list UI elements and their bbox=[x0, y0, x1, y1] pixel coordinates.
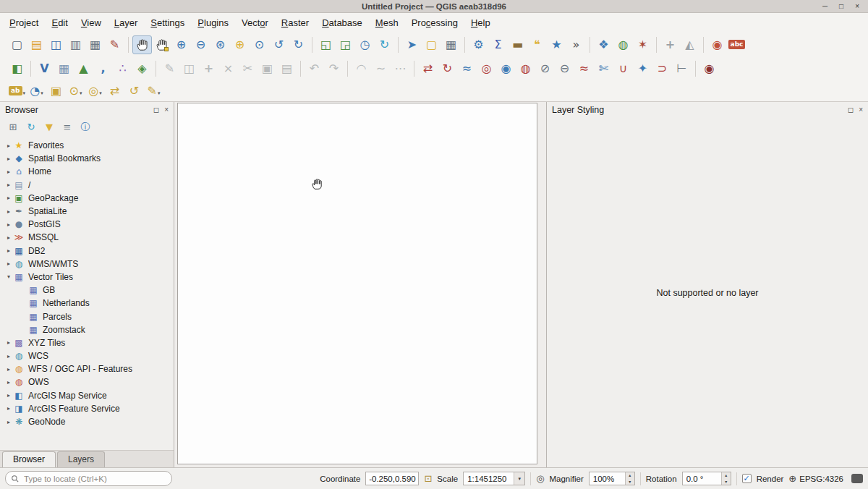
fill-ring[interactable]: ◍ bbox=[516, 59, 535, 78]
messages-icon[interactable] bbox=[851, 474, 863, 483]
menu-database[interactable]: Database bbox=[315, 14, 369, 32]
expand-arrow-icon[interactable]: ▸ bbox=[4, 405, 13, 412]
coordinate-capture[interactable]: + bbox=[660, 35, 680, 54]
filter-browser[interactable]: ▼ bbox=[43, 121, 56, 134]
stream-digitizing[interactable]: ∼ bbox=[371, 59, 391, 78]
undo[interactable]: ↶ bbox=[305, 59, 324, 78]
expand-arrow-icon[interactable]: ▸ bbox=[4, 156, 13, 162]
zoom-full[interactable]: ⊛ bbox=[210, 35, 230, 54]
close-panel-button[interactable]: × bbox=[859, 106, 863, 114]
close-panel-button[interactable]: × bbox=[164, 106, 169, 114]
expand-arrow-icon[interactable]: ▸ bbox=[4, 379, 13, 386]
tree-item-wfs-ogc-api-features[interactable]: ▸◍WFS / OGC API - Features bbox=[0, 362, 174, 375]
crs-status[interactable]: ⊕ EPSG:4326 bbox=[788, 474, 843, 483]
rotate-feature[interactable]: ↻ bbox=[438, 59, 457, 78]
extent-toggle-icon[interactable]: ⊡ bbox=[424, 474, 432, 483]
menu-mesh[interactable]: Mesh bbox=[369, 14, 405, 32]
redo[interactable]: ↷ bbox=[324, 59, 344, 78]
delete-selected[interactable]: × bbox=[218, 59, 238, 78]
toggle-editing[interactable]: ✎ bbox=[160, 59, 179, 78]
show-layout-manager[interactable]: ▦ bbox=[85, 35, 105, 54]
expand-arrow-icon[interactable]: ▸ bbox=[4, 392, 13, 399]
tree-item-mssql[interactable]: ▸≫MSSQL bbox=[0, 231, 174, 244]
save-project[interactable]: ◫ bbox=[46, 35, 66, 54]
tree-item-postgis[interactable]: ▸●PostGIS bbox=[0, 218, 174, 231]
spell-check[interactable]: abc bbox=[727, 35, 746, 54]
float-panel-button[interactable]: ◻ bbox=[153, 106, 159, 114]
split-features[interactable]: ✄ bbox=[594, 59, 613, 78]
add-delimited-text-layer[interactable]: , bbox=[93, 59, 113, 78]
menu-processing[interactable]: Processing bbox=[405, 14, 464, 32]
maximize-button[interactable]: □ bbox=[839, 0, 843, 13]
close-button[interactable]: × bbox=[855, 0, 859, 13]
add-vector-layer[interactable]: V bbox=[35, 59, 54, 78]
layer-labeling-options[interactable]: ab▾ bbox=[7, 82, 27, 99]
tree-item-parcels[interactable]: ▦Parcels bbox=[0, 310, 174, 323]
snapping-options[interactable]: ◉ bbox=[699, 59, 719, 78]
layer-diagram-options[interactable]: ◔▾ bbox=[27, 82, 46, 99]
expand-arrow-icon[interactable]: ▸ bbox=[4, 234, 13, 241]
python-console[interactable]: ❖ bbox=[594, 35, 613, 54]
dropdown-arrow-icon[interactable]: ▾ bbox=[514, 472, 524, 485]
open-attribute-table[interactable]: ▦ bbox=[441, 35, 461, 54]
geometry-checker[interactable]: ◭ bbox=[680, 35, 699, 54]
expand-arrow-icon[interactable]: ▸ bbox=[4, 195, 13, 201]
tree-item-ows[interactable]: ▸◍OWS bbox=[0, 375, 174, 388]
digitize-with-curve[interactable]: ◠ bbox=[352, 59, 371, 78]
tree-item-xyz-tiles[interactable]: ▸▩XYZ Tiles bbox=[0, 336, 174, 349]
menu-settings[interactable]: Settings bbox=[144, 14, 191, 32]
zoom-to-layer[interactable]: ⊙ bbox=[250, 35, 269, 54]
tree-item-netherlands[interactable]: ▦Netherlands bbox=[0, 297, 174, 310]
processing-toolbox[interactable]: ⚙ bbox=[469, 35, 488, 54]
tree-item-wcs[interactable]: ▸◍WCS bbox=[0, 349, 174, 362]
expand-arrow-icon[interactable]: ▸ bbox=[4, 366, 13, 373]
menu-edit[interactable]: Edit bbox=[45, 14, 74, 32]
copy-features[interactable]: ▣ bbox=[258, 59, 277, 78]
zoom-out[interactable]: ⊖ bbox=[191, 35, 210, 54]
paste-features[interactable]: ▤ bbox=[277, 59, 297, 78]
tree-item-zoomstack[interactable]: ▦Zoomstack bbox=[0, 323, 174, 336]
expand-arrow-icon[interactable]: ▸ bbox=[4, 260, 13, 267]
tree-item-favorites[interactable]: ▸★Favorites bbox=[0, 139, 174, 152]
tree-item-arcgis-feature-service[interactable]: ▸◨ArcGIS Feature Service bbox=[0, 402, 174, 415]
toolbar-overflow[interactable]: » bbox=[566, 35, 586, 54]
tree-item-geonode[interactable]: ▸❋GeoNode bbox=[0, 415, 174, 428]
add-point-cloud-layer[interactable]: ∴ bbox=[113, 59, 132, 78]
tree-item-spatialite[interactable]: ▸✒SpatiaLite bbox=[0, 205, 174, 218]
add-mesh-layer[interactable]: ▲ bbox=[74, 59, 93, 78]
spin-up-icon[interactable]: ▴ bbox=[626, 472, 634, 479]
select-features[interactable]: ▢ bbox=[422, 35, 441, 54]
tree-item-geopackage[interactable]: ▸▣GeoPackage bbox=[0, 192, 174, 205]
tree-item-gb[interactable]: ▦GB bbox=[0, 284, 174, 297]
cut-features[interactable]: ✂ bbox=[238, 59, 258, 78]
temporal-controller[interactable]: ◷ bbox=[355, 35, 375, 54]
expand-arrow-icon[interactable]: ▸ bbox=[4, 182, 13, 188]
show-map-tips[interactable]: ❝ bbox=[527, 35, 547, 54]
menu-project[interactable]: Project bbox=[3, 14, 45, 32]
collapse-all[interactable]: ≡ bbox=[61, 121, 74, 134]
debugging-tools[interactable]: ✶ bbox=[633, 35, 652, 54]
add-ring[interactable]: ◎ bbox=[477, 59, 496, 78]
tree-item-wms-wmts[interactable]: ▸◍WMS/WMTS bbox=[0, 258, 174, 271]
zoom-next[interactable]: ↻ bbox=[289, 35, 308, 54]
expand-arrow-icon[interactable]: ▸ bbox=[4, 169, 13, 175]
digitizing-options[interactable]: ⋯ bbox=[391, 59, 410, 78]
spin-up-icon[interactable]: ▴ bbox=[722, 472, 731, 479]
open-data-source-manager[interactable]: ◧ bbox=[7, 59, 27, 78]
menu-view[interactable]: View bbox=[75, 14, 108, 32]
pin-unpin-labels[interactable]: ⊙▾ bbox=[66, 82, 85, 99]
add-part[interactable]: ◉ bbox=[496, 59, 516, 78]
locate-search-input[interactable] bbox=[6, 475, 171, 483]
offset-curve[interactable]: ⊃ bbox=[652, 59, 672, 78]
delete-ring[interactable]: ⊘ bbox=[535, 59, 555, 78]
minimize-button[interactable]: ─ bbox=[822, 0, 827, 13]
magnifier-spinbox[interactable]: 100% ▴▾ bbox=[589, 472, 635, 485]
tree-item-spatial-bookmarks[interactable]: ▸◆Spatial Bookmarks bbox=[0, 152, 174, 165]
expand-arrow-icon[interactable]: ▸ bbox=[4, 143, 13, 149]
refresh-map[interactable]: ↻ bbox=[375, 35, 394, 54]
add-selected-layers[interactable]: ⊞ bbox=[7, 121, 20, 134]
menu-help[interactable]: Help bbox=[464, 14, 497, 32]
pan-map[interactable] bbox=[132, 35, 152, 54]
tree-item-arcgis-map-service[interactable]: ▸◧ArcGIS Map Service bbox=[0, 389, 174, 402]
scale-combo[interactable]: 1:1451250 ▾ bbox=[463, 472, 525, 485]
